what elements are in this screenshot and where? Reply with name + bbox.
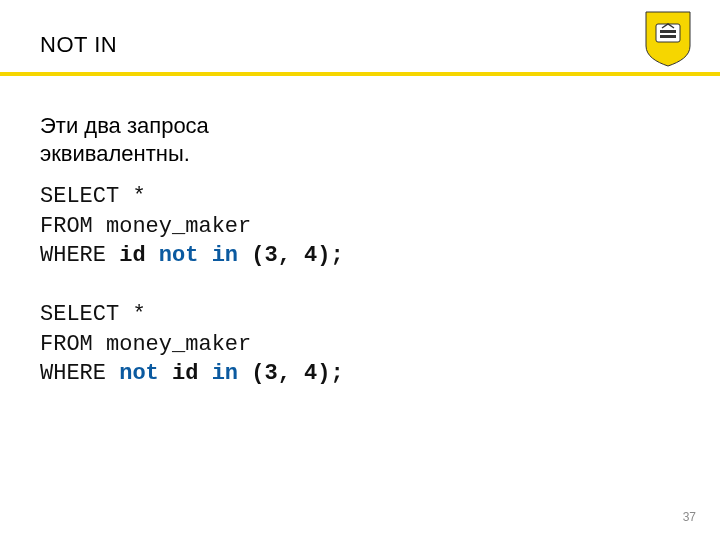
code-line: SELECT * [40,184,146,209]
code-block-1: SELECT * FROM money_maker WHERE id not i… [40,182,344,271]
code-line: FROM money_maker [40,214,251,239]
code-line: SELECT * [40,302,146,327]
svg-rect-2 [660,35,676,38]
slide: NOT IN Эти два запроса эквивалентны. SEL… [0,0,720,540]
subtitle-line-2: эквивалентны. [40,141,190,166]
slide-title: NOT IN [40,32,117,58]
divider [0,72,720,76]
code-line: FROM money_maker [40,332,251,357]
tinkoff-logo-icon [642,10,694,68]
code-line: WHERE id not in (3, 4); [40,243,344,268]
page-number: 37 [683,510,696,524]
subtitle-line-1: Эти два запроса [40,113,209,138]
code-line: WHERE not id in (3, 4); [40,361,344,386]
subtitle: Эти два запроса эквивалентны. [40,112,209,167]
code-block-2: SELECT * FROM money_maker WHERE not id i… [40,300,344,389]
svg-rect-1 [660,30,676,33]
